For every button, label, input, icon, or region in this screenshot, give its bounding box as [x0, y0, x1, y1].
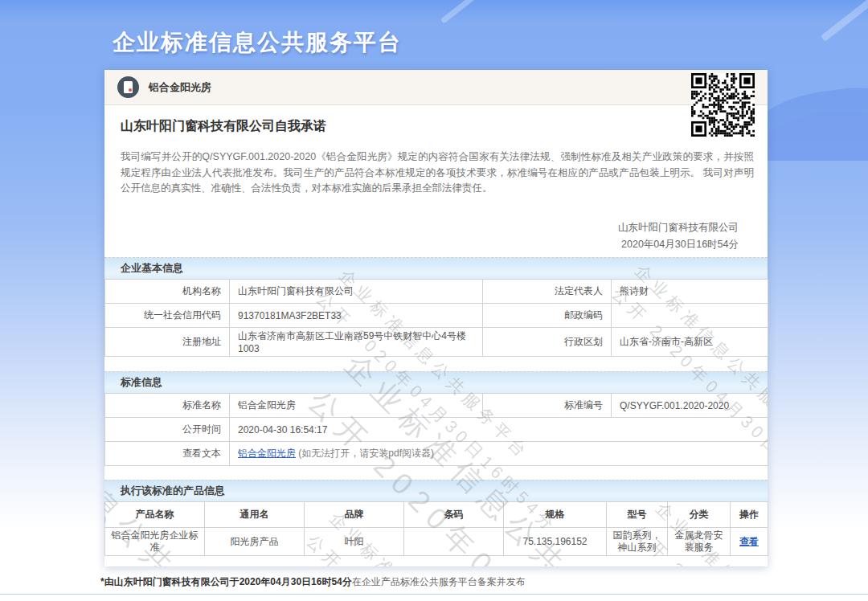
standard-info-table: 标准名称 铝合金阳光房 标准编号 Q/SYYGF.001.2020-2020 公…	[104, 393, 768, 466]
table-row: 查看文本 铝合金阳光房 (如无法打开，请安装pdf阅读器)	[105, 442, 768, 466]
table-row: 标准名称 铝合金阳光房 标准编号 Q/SYYGF.001.2020-2020	[105, 394, 768, 418]
field-value: 山东叶阳门窗科技有限公司	[230, 280, 483, 304]
document-icon	[117, 76, 139, 98]
commitment-paragraph: 我司编写并公开的Q/SYYGF.001.2020-2020《铝合金阳光房》规定的…	[121, 149, 754, 197]
field-label: 行政区划	[483, 328, 612, 357]
pdf-reader-note: (如无法打开，请安装pdf阅读器)	[298, 448, 434, 459]
column-header: 分类	[668, 502, 731, 528]
column-header: 型号	[607, 502, 668, 528]
field-label: 机构名称	[105, 280, 230, 304]
field-value: 铝合金阳光房	[230, 394, 483, 418]
table-row: 注册地址 山东省济南市高新区工业南路59号中铁财智中心4号楼1003 行政区划 …	[105, 328, 768, 357]
table-row: 机构名称 山东叶阳门窗科技有限公司 法定代表人 熊诗财	[105, 280, 768, 304]
section-products: 执行该标准的产品信息 产品名称 通用名 品牌 条码 规格 型号 分类 操作 铝合…	[104, 480, 768, 556]
section-basic-info: 企业基本信息 机构名称 山东叶阳门窗科技有限公司 法定代表人 熊诗财 统一社会信…	[104, 257, 768, 357]
product-model: 国韵系列，神山系列	[607, 528, 668, 556]
page-bottom-divider	[0, 594, 868, 601]
product-row: 铝合金阳光房企业标准 阳光房产品 叶阳 75.135.196152 国韵系列，神…	[105, 528, 768, 556]
filing-note-bold: *由山东叶阳门窗科技有限公司于2020年04月30日16时54分	[100, 576, 352, 587]
signature-datetime: 2020年04月30日16时54分	[618, 236, 739, 253]
qr-code	[691, 73, 755, 137]
column-header: 操作	[731, 502, 768, 528]
standard-doc-title: 铝合金阳光房	[149, 80, 211, 95]
card-titlebar: 铝合金阳光房	[104, 70, 768, 105]
header-streak	[821, 0, 868, 42]
signature-company: 山东叶阳门窗科技有限公司	[618, 219, 739, 236]
field-label: 公开时间	[105, 418, 230, 442]
field-label: 查看文本	[105, 442, 230, 466]
table-row: 统一社会信用代码 91370181MA3F2BET33 邮政编码	[105, 304, 768, 328]
signature-block: 山东叶阳门窗科技有限公司 2020年04月30日16时54分	[618, 219, 739, 253]
filing-note-normal: 在企业产品标准公共服务平台备案并发布	[352, 576, 526, 587]
column-header: 品牌	[305, 502, 404, 528]
product-spec: 75.135.196152	[504, 528, 607, 556]
product-generic-name: 阳光房产品	[205, 528, 305, 556]
decorative-waves	[767, 68, 868, 161]
field-value: 91370181MA3F2BET33	[230, 304, 483, 328]
view-product-link[interactable]: 查看	[739, 536, 759, 547]
self-commitment-heading: 山东叶阳门窗科技有限公司自我承诺	[121, 118, 326, 135]
section-title-basic-info: 企业基本信息	[104, 257, 768, 279]
field-label: 法定代表人	[483, 280, 612, 304]
products-header-row: 产品名称 通用名 品牌 条码 规格 型号 分类 操作	[105, 502, 768, 528]
column-header: 规格	[504, 502, 607, 528]
field-value: Q/SYYGF.001.2020-2020	[612, 394, 768, 418]
column-header: 产品名称	[105, 502, 205, 528]
filing-note: *由山东叶阳门窗科技有限公司于2020年04月30日16时54分在企业产品标准公…	[100, 575, 526, 589]
product-barcode	[404, 528, 504, 556]
field-value: 2020-04-30 16:54:17	[230, 418, 768, 442]
section-standard-info: 标准信息 标准名称 铝合金阳光房 标准编号 Q/SYYGF.001.2020-2…	[104, 371, 768, 466]
content-card: 铝合金阳光房 山东叶阳门窗科技有限公司自我承诺 我司编写并公开的Q/SYYGF.…	[104, 70, 768, 566]
table-row: 公开时间 2020-04-30 16:54:17	[105, 418, 768, 442]
field-label: 标准编号	[483, 394, 612, 418]
field-value: 熊诗财	[612, 280, 768, 304]
products-table: 产品名称 通用名 品牌 条码 规格 型号 分类 操作 铝合金阳光房企业标准 阳光…	[104, 501, 768, 556]
section-title-products: 执行该标准的产品信息	[104, 480, 768, 501]
field-value: 山东省济南市高新区工业南路59号中铁财智中心4号楼1003	[230, 328, 483, 357]
standard-pdf-link[interactable]: 铝合金阳光房	[238, 448, 296, 459]
field-label: 统一社会信用代码	[105, 304, 230, 328]
field-label: 标准名称	[105, 394, 230, 418]
field-value: 山东省-济南市-高新区	[612, 328, 768, 357]
field-label: 邮政编码	[483, 304, 612, 328]
site-title: 企业标准信息公共服务平台	[113, 27, 402, 58]
product-category: 金属龙骨安装服务	[668, 528, 731, 556]
page: 企业标准信息公共服务平台 铝合金阳光房 山东叶阳门窗科技有限公司自我承诺 我司编…	[0, 0, 868, 601]
column-header: 通用名	[205, 502, 305, 528]
doc-cell: 铝合金阳光房 (如无法打开，请安装pdf阅读器)	[230, 442, 768, 466]
field-value	[612, 304, 768, 328]
product-action-cell: 查看	[731, 528, 768, 556]
column-header: 条码	[404, 502, 504, 528]
basic-info-table: 机构名称 山东叶阳门窗科技有限公司 法定代表人 熊诗财 统一社会信用代码 913…	[104, 279, 768, 357]
header-streak	[440, 0, 504, 24]
section-title-standard-info: 标准信息	[104, 371, 768, 393]
product-brand: 叶阳	[305, 528, 404, 556]
field-label: 注册地址	[105, 328, 230, 357]
product-name: 铝合金阳光房企业标准	[105, 528, 205, 556]
